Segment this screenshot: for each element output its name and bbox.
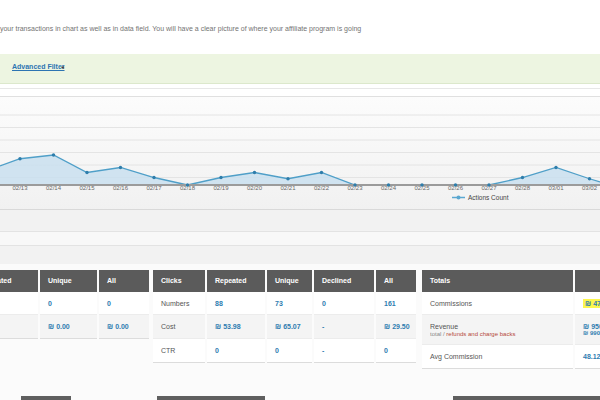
- table-cell: ₪ 0.00: [99, 315, 149, 339]
- table-cell: 0: [267, 339, 312, 363]
- table-cell: -: [314, 339, 374, 363]
- table-cell: [0, 315, 38, 339]
- row-label: CTR: [153, 339, 205, 363]
- x-axis-label: 02/28: [510, 185, 536, 191]
- next-section-header-peek: [21, 396, 71, 400]
- table-cell: ₪ 53.98: [207, 315, 265, 339]
- legend-line-icon: [452, 194, 465, 201]
- row-label: Commissions: [422, 292, 573, 315]
- x-axis-label: 02/23: [342, 185, 368, 191]
- column-header: Repeated: [0, 270, 38, 292]
- revenue-total-value: ₪ 9500.00: [583, 323, 600, 330]
- x-axis-label: 02/19: [208, 185, 234, 191]
- column-header: Unique: [40, 270, 97, 292]
- x-axis-label: 03/02: [577, 185, 600, 191]
- revenue-refunds-value: ₪ 9900.00: [583, 330, 600, 336]
- divider-band: [0, 209, 600, 231]
- row-label: Cost: [153, 315, 205, 339]
- column-header: All: [99, 270, 149, 292]
- table-cell: 0: [99, 292, 149, 315]
- advanced-filter-bar: Advanced Filter ◂: [0, 54, 600, 84]
- row-label: Revenue total / refunds and charge backs: [422, 315, 573, 345]
- table-cell: [0, 292, 38, 315]
- legend-label: Actions Count: [468, 194, 508, 201]
- table-cell: ₪ 29.50: [376, 315, 416, 339]
- x-axis-label: 02/20: [242, 185, 268, 191]
- left-stats-table: Repeated Unique All 0 0 ₪ 0.00 ₪ 0.00: [0, 270, 149, 339]
- chart-legend: Actions Count: [452, 192, 508, 202]
- table-cell: 0: [40, 292, 97, 315]
- x-axis-label: 02/17: [141, 185, 167, 191]
- x-axis-label: 02/15: [74, 185, 100, 191]
- x-axis-label: 02/25: [409, 185, 435, 191]
- commissions-value-highlighted: ₪ 4750.00: [583, 299, 600, 308]
- column-header: All: [376, 270, 416, 292]
- table-cell: ₪ 65.07: [267, 315, 312, 339]
- table-cell: 161: [376, 292, 416, 315]
- x-axis-labels: 02/1302/1402/1502/1602/1702/1802/1902/20…: [0, 185, 600, 195]
- column-header: Totals: [422, 270, 573, 292]
- table-cell: ₪ 0.00: [40, 315, 97, 339]
- table-cell: -: [314, 315, 374, 339]
- divider-band: [0, 245, 600, 265]
- column-header: Clicks: [153, 270, 205, 292]
- x-axis-label: 02/13: [7, 185, 33, 191]
- x-axis-label: 02/22: [309, 185, 335, 191]
- x-axis-label: 02/26: [443, 185, 469, 191]
- table-cell: 0: [376, 339, 416, 363]
- revenue-label: Revenue: [430, 323, 573, 330]
- intro-text: f your transactions in chart as well as …: [0, 25, 600, 32]
- clicks-table: Clicks Repeated Unique Declined All Numb…: [153, 270, 416, 363]
- table-cell: 88: [207, 292, 265, 315]
- column-header: Unique: [267, 270, 312, 292]
- advanced-filter-link[interactable]: Advanced Filter: [12, 63, 65, 70]
- x-axis-label: 03/01: [543, 185, 569, 191]
- revenue-sublabel: total / refunds and charge backs: [430, 330, 573, 337]
- column-header: Repeated: [207, 270, 265, 292]
- row-label: Numbers: [153, 292, 205, 315]
- x-axis-label: 02/18: [175, 185, 201, 191]
- x-axis-label: 02/27: [476, 185, 502, 191]
- column-header: Declined: [314, 270, 374, 292]
- x-axis-label: 02/14: [41, 185, 67, 191]
- report-page: f your transactions in chart as well as …: [0, 0, 600, 400]
- divider-band: [0, 231, 600, 246]
- table-cell: ₪ 9500.00 ₪ 9900.00: [575, 315, 600, 345]
- row-label: Avg Commission: [422, 345, 573, 369]
- totals-table: Totals Commissions ₪ 4750.00 Revenue tot…: [422, 270, 600, 369]
- avg-commission-value: 48.12 ₪: [575, 345, 600, 369]
- divider: [0, 88, 600, 89]
- x-axis-label: 02/21: [275, 185, 301, 191]
- column-header: [575, 270, 600, 292]
- next-section-header-peek: [453, 396, 600, 400]
- next-section-header-peek: [157, 396, 265, 400]
- table-cell: 73: [267, 292, 312, 315]
- table-cell: ₪ 4750.00: [575, 292, 600, 315]
- table-cell: 0: [207, 339, 265, 363]
- table-cell: 0: [314, 292, 374, 315]
- x-axis-label: 02/16: [108, 185, 134, 191]
- collapse-arrow-icon[interactable]: ◂: [61, 63, 64, 70]
- x-axis-label: 02/24: [376, 185, 402, 191]
